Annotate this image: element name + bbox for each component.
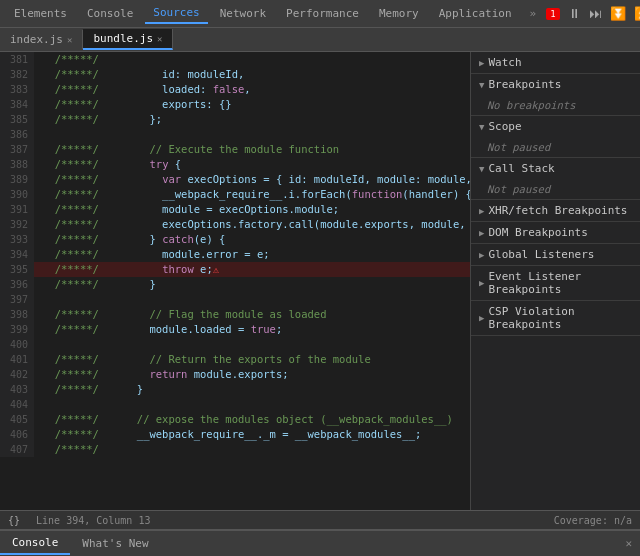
line-content-397	[34, 292, 470, 307]
file-tab-bundlejs[interactable]: bundle.js ✕	[83, 29, 173, 50]
line-content-390: /*****/ __webpack_require__.i.forEach(fu…	[34, 187, 470, 202]
breakpoints-arrow: ▼	[479, 80, 484, 90]
panel-section-dom-header[interactable]: ▶ DOM Breakpoints	[471, 222, 640, 243]
line-content-381: /*****/	[34, 52, 470, 67]
code-line-384: 384 /*****/ exports: {}	[0, 97, 470, 112]
line-num-404: 404	[0, 397, 34, 412]
console-tab-console[interactable]: Console	[0, 532, 70, 555]
line-num-386: 386	[0, 127, 34, 142]
more-tabs-icon[interactable]: »	[524, 4, 543, 23]
panel-section-event-header[interactable]: ▶ Event Listener Breakpoints	[471, 266, 640, 300]
dom-arrow: ▶	[479, 228, 484, 238]
line-col-status: Line 394, Column 13	[36, 515, 150, 526]
line-content-383: /*****/ loaded: false,	[34, 82, 470, 97]
file-tab-bundlejs-close[interactable]: ✕	[157, 34, 162, 44]
toolbar-tab-performance[interactable]: Performance	[278, 4, 367, 23]
code-line-393: 393 /*****/ } catch(e) {	[0, 232, 470, 247]
line-num-399: 399	[0, 322, 34, 337]
toolbar-tab-console[interactable]: Console	[79, 4, 141, 23]
panel-section-callstack-header[interactable]: ▼ Call Stack	[471, 158, 640, 179]
toolbar-tab-sources[interactable]: Sources	[145, 3, 207, 24]
editor-area: 381 /*****/ 382 /*****/ id: moduleId, 38…	[0, 52, 640, 510]
panel-section-global: ▶ Global Listeners	[471, 244, 640, 266]
line-num-398: 398	[0, 307, 34, 322]
line-content-406: /*****/ __webpack_require__._m = __webpa…	[34, 427, 470, 442]
code-panel[interactable]: 381 /*****/ 382 /*****/ id: moduleId, 38…	[0, 52, 470, 510]
code-line-404: 404	[0, 397, 470, 412]
panel-section-dom: ▶ DOM Breakpoints	[471, 222, 640, 244]
callstack-arrow: ▼	[479, 164, 484, 174]
line-num-387: 387	[0, 142, 34, 157]
line-content-387: /*****/ // Execute the module function	[34, 142, 470, 157]
panel-section-scope-header[interactable]: ▼ Scope	[471, 116, 640, 137]
csp-arrow: ▶	[479, 313, 484, 323]
panel-section-breakpoints-header[interactable]: ▼ Breakpoints	[471, 74, 640, 95]
xhr-label: XHR/fetch Breakpoints	[488, 204, 627, 217]
notification-badge: 1	[546, 8, 559, 20]
code-line-398: 398 /*****/ // Flag the module as loaded	[0, 307, 470, 322]
global-arrow: ▶	[479, 250, 484, 260]
panel-section-breakpoints: ▼ Breakpoints No breakpoints	[471, 74, 640, 116]
console-close-button[interactable]: ✕	[617, 537, 640, 550]
code-line-405: 405 /*****/ // expose the modules object…	[0, 412, 470, 427]
line-content-405: /*****/ // expose the modules object (__…	[34, 412, 470, 427]
watch-arrow: ▶	[479, 58, 484, 68]
step-into-icon[interactable]: ⏬	[610, 6, 626, 21]
line-content-407: /*****/	[34, 442, 470, 457]
file-tab-indexjs[interactable]: index.js ✕	[0, 30, 83, 49]
line-num-385: 385	[0, 112, 34, 127]
file-tab-bundlejs-label: bundle.js	[93, 32, 153, 45]
panel-section-xhr-header[interactable]: ▶ XHR/fetch Breakpoints	[471, 200, 640, 221]
panel-section-event: ▶ Event Listener Breakpoints	[471, 266, 640, 301]
line-content-399: /*****/ module.loaded = true;	[34, 322, 470, 337]
toolbar-tab-memory[interactable]: Memory	[371, 4, 427, 23]
scope-label: Scope	[488, 120, 521, 133]
line-num-381: 381	[0, 52, 34, 67]
line-content-391: /*****/ module = execOptions.module;	[34, 202, 470, 217]
code-line-394: 394 /*****/ module.error = e;	[0, 247, 470, 262]
line-content-394: /*****/ module.error = e;	[34, 247, 470, 262]
global-label: Global Listeners	[488, 248, 594, 261]
debug-toolbar: 1 ⏸ ⏭ ⏬ ⏫ ⏴ ⊘ ⚙	[546, 6, 640, 21]
code-line-397: 397	[0, 292, 470, 307]
code-line-395: 395 /*****/ throw e;⚠	[0, 262, 470, 277]
line-num-394: 394	[0, 247, 34, 262]
code-line-385: 385 /*****/ };	[0, 112, 470, 127]
line-content-382: /*****/ id: moduleId,	[34, 67, 470, 82]
code-line-382: 382 /*****/ id: moduleId,	[0, 67, 470, 82]
line-content-403: /*****/ }	[34, 382, 470, 397]
toolbar-tab-network[interactable]: Network	[212, 4, 274, 23]
panel-section-callstack: ▼ Call Stack Not paused	[471, 158, 640, 200]
editor-wrapper: index.js ✕ bundle.js ✕ 381 /*****/ 382 /…	[0, 28, 640, 530]
line-num-401: 401	[0, 352, 34, 367]
line-num-407: 407	[0, 442, 34, 457]
event-label: Event Listener Breakpoints	[488, 270, 632, 296]
xhr-arrow: ▶	[479, 206, 484, 216]
code-line-392: 392 /*****/ execOptions.factory.call(mod…	[0, 217, 470, 232]
toolbar-tab-application[interactable]: Application	[431, 4, 520, 23]
line-content-401: /*****/ // Return the exports of the mod…	[34, 352, 470, 367]
watch-label: Watch	[488, 56, 521, 69]
toolbar-tab-elements[interactable]: Elements	[6, 4, 75, 23]
file-tab-indexjs-close[interactable]: ✕	[67, 35, 72, 45]
line-content-386	[34, 127, 470, 142]
panel-section-csp-header[interactable]: ▶ CSP Violation Breakpoints	[471, 301, 640, 335]
code-line-381: 381 /*****/	[0, 52, 470, 67]
status-bar: {} Line 394, Column 13 Coverage: n/a	[0, 510, 640, 530]
line-num-384: 384	[0, 97, 34, 112]
line-num-382: 382	[0, 67, 34, 82]
step-out-icon[interactable]: ⏫	[634, 6, 640, 21]
code-line-390: 390 /*****/ __webpack_require__.i.forEac…	[0, 187, 470, 202]
panel-section-global-header[interactable]: ▶ Global Listeners	[471, 244, 640, 265]
line-content-385: /*****/ };	[34, 112, 470, 127]
console-tab-whatsnew[interactable]: What's New	[70, 533, 160, 554]
pause-icon[interactable]: ⏸	[568, 6, 581, 21]
panel-section-watch-header[interactable]: ▶ Watch	[471, 52, 640, 73]
code-line-402: 402 /*****/ return module.exports;	[0, 367, 470, 382]
scope-content: Not paused	[471, 137, 640, 157]
line-num-406: 406	[0, 427, 34, 442]
line-num-400: 400	[0, 337, 34, 352]
line-content-393: /*****/ } catch(e) {	[34, 232, 470, 247]
step-over-icon[interactable]: ⏭	[589, 6, 602, 21]
line-content-384: /*****/ exports: {}	[34, 97, 470, 112]
